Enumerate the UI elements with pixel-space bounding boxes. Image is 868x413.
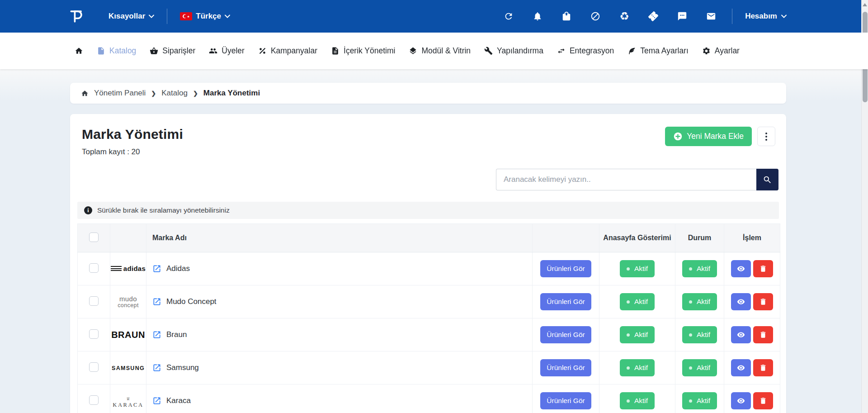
products-button-label: Ürünleri Gör bbox=[547, 364, 585, 371]
nav-item-uyeler[interactable]: Üyeler bbox=[209, 46, 245, 56]
coupons-button[interactable] bbox=[646, 9, 661, 24]
delete-button[interactable] bbox=[753, 293, 773, 310]
view-button[interactable] bbox=[731, 260, 751, 277]
status-badge[interactable]: Aktif bbox=[682, 293, 717, 310]
nav-item-kampanyalar[interactable]: Kampanyalar bbox=[258, 46, 317, 56]
scroll-up-arrow-icon[interactable] bbox=[863, 3, 867, 6]
status-badge[interactable]: Aktif bbox=[682, 260, 717, 277]
delete-button[interactable] bbox=[753, 359, 773, 376]
refresh-button[interactable] bbox=[503, 11, 514, 22]
shopping-bag-icon bbox=[561, 11, 571, 21]
messages-button[interactable] bbox=[677, 11, 688, 22]
nav-item-yapilandirma[interactable]: Yapılandırma bbox=[484, 46, 543, 56]
breadcrumb-item[interactable]: Yönetim Paneli bbox=[94, 89, 146, 98]
column-header-actions: İşlem bbox=[724, 224, 780, 252]
nav-item-label: Üyeler bbox=[222, 46, 245, 56]
homepage-status-badge[interactable]: Aktif bbox=[620, 392, 655, 409]
view-button[interactable] bbox=[731, 392, 751, 409]
status-badge[interactable]: Aktif bbox=[682, 392, 717, 409]
trash-icon bbox=[759, 364, 767, 372]
brand-logo: adidas bbox=[111, 265, 146, 272]
add-brand-button[interactable]: Yeni Marka Ekle bbox=[665, 127, 752, 146]
view-button[interactable] bbox=[731, 359, 751, 376]
homepage-status-badge[interactable]: Aktif bbox=[620, 359, 655, 376]
ticket-icon bbox=[646, 9, 660, 23]
brand-name: Adidas bbox=[166, 264, 190, 273]
products-button[interactable]: Ürünleri Gör bbox=[540, 293, 591, 310]
delete-button[interactable] bbox=[753, 392, 773, 409]
brand-name: Braun bbox=[166, 330, 187, 339]
breadcrumb-item[interactable]: Katalog bbox=[161, 89, 188, 98]
nav-item-katalog[interactable]: Katalog bbox=[97, 46, 136, 56]
file-text-icon bbox=[331, 47, 340, 55]
status-dot bbox=[627, 300, 630, 304]
home-icon[interactable] bbox=[81, 90, 89, 97]
row-checkbox[interactable] bbox=[89, 395, 99, 405]
delete-button[interactable] bbox=[753, 260, 773, 277]
products-button[interactable]: Ürünleri Gör bbox=[540, 359, 591, 376]
info-text: Sürükle bırak ile sıralamayı yönetebilir… bbox=[97, 206, 230, 214]
external-link-icon[interactable] bbox=[152, 363, 161, 372]
search-input[interactable] bbox=[496, 169, 756, 190]
external-link-icon[interactable] bbox=[152, 330, 161, 339]
brand-table: Marka Adı Anasayfa Gösterimi Durum İşlem… bbox=[77, 223, 780, 413]
view-button[interactable] bbox=[731, 326, 751, 343]
nav-item-ayarlar[interactable]: Ayarlar bbox=[702, 46, 740, 56]
chat-icon bbox=[677, 11, 687, 21]
account-dropdown[interactable]: Hesabım bbox=[745, 12, 787, 21]
status-badge[interactable]: Aktif bbox=[682, 359, 717, 376]
breadcrumb-separator: ❯ bbox=[151, 90, 156, 97]
column-header-name: Marka Adı bbox=[146, 224, 533, 252]
brand-name: Samsung bbox=[166, 363, 199, 372]
brand-name: Mudo Concept bbox=[166, 297, 217, 306]
homepage-status-badge[interactable]: Aktif bbox=[620, 326, 655, 343]
row-checkbox[interactable] bbox=[89, 329, 99, 339]
trash-icon bbox=[759, 298, 767, 306]
nav-item-icerik-yonetimi[interactable]: İçerik Yönetimi bbox=[331, 46, 395, 56]
breadcrumb-separator: ❯ bbox=[193, 90, 198, 97]
shortcuts-dropdown[interactable]: Kısayollar bbox=[108, 12, 154, 21]
status-badge[interactable]: Aktif bbox=[682, 326, 717, 343]
homepage-status-badge[interactable]: Aktif bbox=[620, 293, 655, 310]
home-icon bbox=[75, 47, 83, 55]
nav-item-home[interactable] bbox=[75, 47, 83, 55]
nav-item-entegrasyon[interactable]: Entegrasyon bbox=[557, 46, 614, 56]
table-row: ♕KARACA Karaca Ürünleri Gör Aktif Aktif bbox=[78, 385, 780, 413]
mail-icon bbox=[706, 11, 716, 21]
svg-text:★: ★ bbox=[187, 15, 190, 19]
products-button[interactable]: Ürünleri Gör bbox=[540, 260, 591, 277]
row-checkbox[interactable] bbox=[89, 362, 99, 372]
brand-name: Karaca bbox=[166, 396, 191, 405]
nav-item-tema-ayarlari[interactable]: Tema Ayarları bbox=[627, 46, 689, 56]
app-logo[interactable] bbox=[68, 7, 86, 25]
products-button[interactable]: Ürünleri Gör bbox=[540, 326, 591, 343]
recycle-button[interactable]: ♻ bbox=[619, 11, 630, 22]
search-button[interactable] bbox=[756, 169, 778, 190]
active-label: Aktif bbox=[697, 364, 710, 372]
external-link-icon[interactable] bbox=[152, 264, 161, 273]
products-button[interactable]: Ürünleri Gör bbox=[540, 392, 591, 409]
nav-item-modul-vitrin[interactable]: Modül & Vitrin bbox=[409, 46, 471, 56]
mail-button[interactable] bbox=[706, 11, 717, 22]
row-checkbox[interactable] bbox=[89, 296, 99, 306]
nav-item-label: Yapılandırma bbox=[497, 46, 543, 56]
notifications-button[interactable] bbox=[532, 11, 543, 22]
status-dot bbox=[689, 399, 692, 403]
nav-item-siparisler[interactable]: Siparişler bbox=[150, 46, 195, 56]
language-dropdown[interactable]: ★ Türkçe bbox=[180, 12, 230, 21]
products-button-label: Ürünleri Gör bbox=[547, 397, 585, 404]
header-actions: Yeni Marka Ekle bbox=[665, 127, 775, 146]
orders-bag-button[interactable] bbox=[561, 11, 572, 22]
homepage-status-badge[interactable]: Aktif bbox=[620, 260, 655, 277]
column-header-homepage: Anasayfa Gösterimi bbox=[599, 224, 675, 252]
delete-button[interactable] bbox=[753, 326, 773, 343]
external-link-icon[interactable] bbox=[152, 396, 161, 405]
eye-icon bbox=[737, 265, 745, 273]
row-checkbox[interactable] bbox=[89, 263, 99, 273]
more-options-button[interactable] bbox=[757, 127, 775, 146]
external-link-icon[interactable] bbox=[152, 297, 161, 306]
breadcrumb-item-current: Marka Yönetimi bbox=[203, 89, 260, 98]
select-all-checkbox[interactable] bbox=[89, 233, 99, 242]
view-button[interactable] bbox=[731, 293, 751, 310]
blocked-button[interactable] bbox=[590, 11, 601, 22]
